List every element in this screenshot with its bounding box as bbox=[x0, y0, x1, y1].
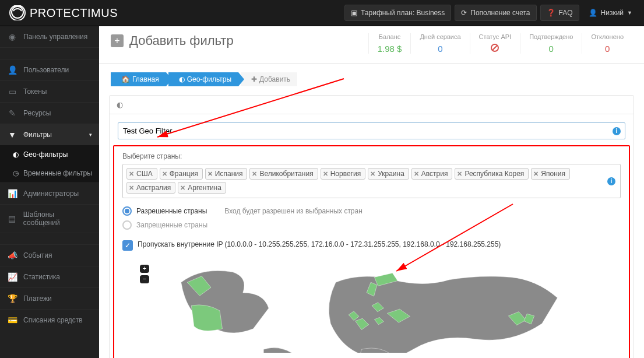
country-tag[interactable]: ✕Австрия bbox=[411, 168, 453, 180]
crumb-home[interactable]: 🏠Главная bbox=[111, 72, 166, 86]
megaphone-icon: 📣 bbox=[7, 251, 17, 260]
logo[interactable]: PROTECTIMUS bbox=[9, 5, 118, 20]
country-select[interactable]: ✕США✕Франция✕Испания✕Великобритания✕Норв… bbox=[122, 164, 621, 198]
highlight-box: Выберите страны: ✕США✕Франция✕Испания✕Ве… bbox=[113, 145, 630, 358]
zoom-out-button[interactable]: − bbox=[140, 275, 149, 283]
sidebar-item-charges[interactable]: 💳Списания средств bbox=[0, 309, 99, 331]
country-tag[interactable]: ✕Япония bbox=[531, 168, 570, 180]
remove-icon[interactable]: ✕ bbox=[533, 170, 539, 178]
chevron-down-icon: ▼ bbox=[627, 10, 632, 16]
logo-icon bbox=[9, 5, 26, 20]
remove-icon[interactable]: ✕ bbox=[129, 170, 134, 178]
home-icon: 🏠 bbox=[121, 75, 130, 83]
form-panel: ◐ i Выберите страны: ✕США✕Франция✕Испани… bbox=[109, 95, 634, 358]
sidebar-sub-geo[interactable]: ◐Geo-фильтры bbox=[0, 145, 99, 164]
panel-head: ◐ bbox=[110, 96, 634, 114]
remove-icon[interactable]: ✕ bbox=[180, 184, 185, 192]
main-content: + Добавить фильтр Баланс1.98 $ Дней серв… bbox=[99, 26, 644, 358]
sidebar-sub-time[interactable]: ◷Временные фильтры bbox=[0, 164, 99, 182]
remove-icon[interactable]: ✕ bbox=[162, 170, 167, 178]
logo-text: PROTECTIMUS bbox=[30, 6, 118, 20]
radio-denied[interactable] bbox=[122, 220, 132, 230]
sidebar: ◉Панель управления 👤Пользователи ▭Токены… bbox=[0, 26, 99, 358]
disabled-icon bbox=[491, 44, 499, 52]
faq-button[interactable]: ❓ FAQ bbox=[540, 5, 579, 21]
country-tag[interactable]: ✕США bbox=[126, 168, 157, 180]
country-tag[interactable]: ✕Аргентина bbox=[178, 182, 226, 194]
skip-internal-option[interactable]: ✓ Пропускать внутренние IP (10.0.0.0 - 1… bbox=[122, 240, 621, 251]
globe-icon: ◐ bbox=[117, 100, 123, 109]
breadcrumb: 🏠Главная ◐Geo-фильтры ✚Добавить bbox=[99, 64, 644, 86]
page-header: + Добавить фильтр Баланс1.98 $ Дней серв… bbox=[99, 26, 644, 64]
filter-name-row: i bbox=[118, 122, 625, 139]
remove-icon[interactable]: ✕ bbox=[252, 170, 257, 178]
stat-days: Дней сервиса0 bbox=[410, 33, 469, 54]
map-svg bbox=[139, 257, 605, 353]
sidebar-item-templates[interactable]: ▤Шаблоны сообщений bbox=[0, 204, 99, 233]
plus-icon: + bbox=[111, 34, 124, 47]
plus-icon: ✚ bbox=[251, 75, 257, 83]
edit-icon: ✎ bbox=[7, 108, 17, 118]
sidebar-item-users[interactable]: 👤Пользователи bbox=[0, 59, 99, 80]
country-tag[interactable]: ✕Украина bbox=[368, 168, 409, 180]
top-bar: PROTECTIMUS ▣ Тарифный план: Business ⟳ … bbox=[0, 0, 644, 26]
stat-api: Статус API bbox=[470, 33, 520, 54]
remove-icon[interactable]: ✕ bbox=[370, 170, 375, 178]
crumb-add: ✚Добавить bbox=[241, 72, 297, 86]
sidebar-item-stats[interactable]: 📈Статистика bbox=[0, 266, 99, 287]
bars-icon: 📊 bbox=[7, 189, 17, 198]
country-tag[interactable]: ✕Испания bbox=[205, 168, 248, 180]
stat-confirmed: Подтверждено0 bbox=[520, 33, 582, 54]
chart-icon: 📈 bbox=[7, 272, 17, 282]
remove-icon[interactable]: ✕ bbox=[414, 170, 419, 178]
world-map[interactable]: + − bbox=[122, 257, 621, 353]
topup-button[interactable]: ⟳ Пополнение счета bbox=[455, 5, 536, 21]
globe-icon: ◐ bbox=[179, 75, 185, 83]
page-title: + Добавить фильтр bbox=[111, 33, 234, 48]
info-icon[interactable]: i bbox=[613, 127, 621, 135]
globe-icon: ◐ bbox=[13, 150, 20, 159]
info-icon[interactable]: i bbox=[607, 177, 615, 185]
country-tag[interactable]: ✕Республика Корея bbox=[455, 168, 529, 180]
country-tag[interactable]: ✕Норвегия bbox=[321, 168, 366, 180]
denied-option[interactable]: Запрещенные страны bbox=[122, 220, 621, 230]
zoom-in-button[interactable]: + bbox=[140, 265, 149, 273]
countries-label: Выберите страны: bbox=[122, 152, 621, 160]
user-icon: 👤 bbox=[7, 65, 17, 75]
doc-icon: ▤ bbox=[7, 214, 17, 223]
stat-balance: Баланс1.98 $ bbox=[368, 33, 411, 54]
remove-icon[interactable]: ✕ bbox=[207, 170, 213, 178]
country-tag[interactable]: ✕Великобритания bbox=[249, 168, 318, 180]
checkbox-skip[interactable]: ✓ bbox=[122, 240, 133, 251]
stat-declined: Отклонено0 bbox=[582, 33, 632, 54]
remove-icon[interactable]: ✕ bbox=[323, 170, 328, 178]
sidebar-item-admins[interactable]: 📊Администраторы bbox=[0, 182, 99, 204]
user-menu[interactable]: 👤 Низкий ▼ bbox=[583, 5, 638, 20]
device-icon: ▭ bbox=[7, 87, 17, 96]
remove-icon[interactable]: ✕ bbox=[457, 170, 462, 178]
sidebar-item-payments[interactable]: 🏆Платежи bbox=[0, 287, 99, 309]
refresh-icon: ⟳ bbox=[461, 9, 467, 17]
crumb-geo[interactable]: ◐Geo-фильтры bbox=[168, 72, 238, 86]
radio-allowed[interactable] bbox=[122, 206, 132, 216]
allowed-option[interactable]: Разрешенные страны Вход будет разрешен и… bbox=[122, 206, 621, 216]
chevron-down-icon: ▾ bbox=[89, 132, 92, 138]
filter-name-input[interactable] bbox=[118, 122, 625, 139]
card-icon: 💳 bbox=[7, 315, 17, 325]
money-icon: ▣ bbox=[351, 9, 357, 17]
tariff-button[interactable]: ▣ Тарифный план: Business bbox=[344, 5, 451, 21]
sidebar-item-tokens[interactable]: ▭Токены bbox=[0, 80, 99, 102]
trophy-icon: 🏆 bbox=[7, 294, 17, 303]
dashboard-icon: ◉ bbox=[7, 32, 17, 41]
sidebar-item-resources[interactable]: ✎Ресурсы bbox=[0, 102, 99, 124]
sidebar-item-filters[interactable]: ▼Фильтры▾ bbox=[0, 124, 99, 145]
clock-icon: ◷ bbox=[13, 169, 20, 177]
country-tag[interactable]: ✕Франция bbox=[160, 168, 203, 180]
question-icon: ❓ bbox=[547, 9, 555, 17]
sidebar-item-dashboard[interactable]: ◉Панель управления bbox=[0, 26, 99, 47]
remove-icon[interactable]: ✕ bbox=[129, 184, 134, 192]
filter-icon: ▼ bbox=[7, 130, 17, 139]
user-icon: 👤 bbox=[589, 9, 597, 17]
sidebar-item-events[interactable]: 📣События bbox=[0, 244, 99, 266]
country-tag[interactable]: ✕Австралия bbox=[126, 182, 175, 194]
